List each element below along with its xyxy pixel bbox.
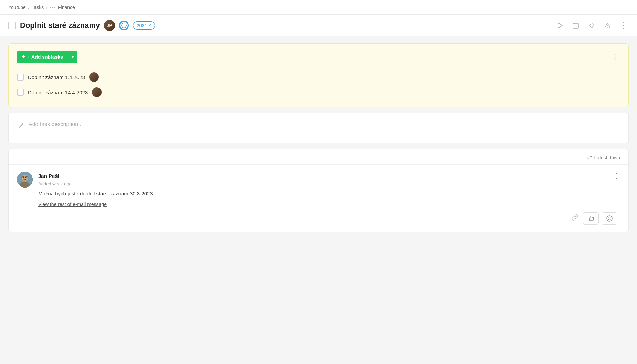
breadcrumb: Youtube › Tasks › ⋯ Finance xyxy=(0,0,637,15)
svg-point-16 xyxy=(610,217,611,218)
plus-icon: + xyxy=(22,53,25,61)
tag-label: 2024 xyxy=(137,23,147,28)
add-subtasks-button[interactable]: + + Add subtasks ▾ xyxy=(17,51,77,63)
play-button[interactable] xyxy=(555,21,565,30)
subtask-avatar-2 xyxy=(92,87,102,97)
tag-button[interactable] xyxy=(587,21,596,30)
svg-point-14 xyxy=(607,216,612,221)
subtask-avatar-1 xyxy=(89,72,99,82)
play-icon xyxy=(556,22,563,29)
svg-point-7 xyxy=(607,27,608,28)
task-complete-checkbox[interactable] xyxy=(8,22,16,29)
comments-header: Latest down xyxy=(9,149,628,165)
edit-pencil-icon xyxy=(18,122,24,130)
thumbsup-button[interactable] xyxy=(583,212,599,225)
breadcrumb-sep-1: › xyxy=(28,4,30,10)
subtask-item: Doplnit záznam 1.4.2023 xyxy=(17,69,620,85)
warning-button[interactable] xyxy=(603,21,612,30)
calendar-button[interactable] xyxy=(571,21,581,30)
svg-rect-13 xyxy=(588,218,589,221)
link-icon xyxy=(571,214,579,221)
subtask-label-2: Doplnit záznam 14.4.2023 xyxy=(28,89,88,95)
subtasks-more-button[interactable]: ⋮ xyxy=(610,53,620,62)
subtask-item: Doplnit záznam 14.4.2023 xyxy=(17,85,620,100)
breadcrumb-tasks[interactable]: Tasks xyxy=(32,4,44,10)
emoji-button[interactable] xyxy=(602,212,617,225)
tag-remove-button[interactable]: × xyxy=(148,23,151,28)
task-title-row: Doplnit staré záznamy JP 2024 × xyxy=(0,15,637,36)
breadcrumb-dots[interactable]: ⋯ xyxy=(50,3,56,11)
calendar-icon xyxy=(572,22,579,29)
comment-entry: Jan Pešl ⋮ Added week ago Možná bych ješ… xyxy=(9,165,628,232)
comment-time: Added week ago xyxy=(38,181,620,186)
svg-point-15 xyxy=(608,217,609,218)
header-actions: ⋮ xyxy=(555,20,629,31)
breadcrumb-youtube[interactable]: Youtube xyxy=(8,4,26,10)
comment-avatar xyxy=(17,172,33,188)
svg-marker-0 xyxy=(558,23,562,28)
link-button[interactable] xyxy=(570,212,580,224)
add-subtasks-dropdown-arrow[interactable]: ▾ xyxy=(68,52,77,62)
comment-author-row: Jan Pešl ⋮ xyxy=(38,172,620,180)
svg-point-9 xyxy=(22,175,28,181)
add-subtasks-label: + + Add subtasks xyxy=(17,51,68,63)
svg-point-11 xyxy=(23,177,24,178)
breadcrumb-finance[interactable]: Finance xyxy=(58,4,75,10)
breadcrumb-sep-2: › xyxy=(46,4,48,10)
warning-icon xyxy=(604,22,611,29)
sort-button[interactable]: Latest down xyxy=(587,155,620,160)
tag-badge: 2024 × xyxy=(133,21,155,30)
view-email-link[interactable]: View the rest of e-mail message xyxy=(38,202,107,207)
emoji-icon xyxy=(606,215,613,222)
status-indicator xyxy=(119,21,129,30)
task-title: Doplnit staré záznamy xyxy=(20,21,100,30)
svg-point-12 xyxy=(25,177,27,178)
comment-body: Jan Pešl ⋮ Added week ago Možná bych ješ… xyxy=(38,172,620,225)
avatar-face xyxy=(17,172,33,188)
sort-arrows-icon xyxy=(587,155,592,160)
subtask-checkbox-1[interactable] xyxy=(17,74,24,81)
comment-text: Možná bych ještě doplnil starší záznam 3… xyxy=(38,190,620,198)
comment-author-name: Jan Pešl xyxy=(38,173,59,179)
description-placeholder[interactable]: Add task description... xyxy=(29,121,83,127)
sort-label: Latest down xyxy=(594,155,620,160)
more-options-button[interactable]: ⋮ xyxy=(618,20,629,31)
subtasks-panel: + + Add subtasks ▾ ⋮ Doplnit záznam 1.4.… xyxy=(8,43,629,107)
svg-point-5 xyxy=(590,24,591,25)
avatar: JP xyxy=(104,20,115,31)
subtask-checkbox-2[interactable] xyxy=(17,89,24,96)
comment-actions xyxy=(38,212,620,225)
comments-panel: Latest down xyxy=(8,149,629,232)
tag-icon xyxy=(588,22,595,29)
main-content: + + Add subtasks ▾ ⋮ Doplnit záznam 1.4.… xyxy=(0,36,637,239)
subtasks-header: + + Add subtasks ▾ ⋮ xyxy=(17,51,620,63)
comment-more-button[interactable]: ⋮ xyxy=(613,172,620,180)
subtask-label-1: Doplnit záznam 1.4.2023 xyxy=(28,74,85,80)
svg-rect-1 xyxy=(573,23,578,28)
add-subtasks-text: + Add subtasks xyxy=(28,54,63,60)
description-panel[interactable]: Add task description... xyxy=(8,113,629,143)
thumbsup-icon xyxy=(587,215,594,222)
